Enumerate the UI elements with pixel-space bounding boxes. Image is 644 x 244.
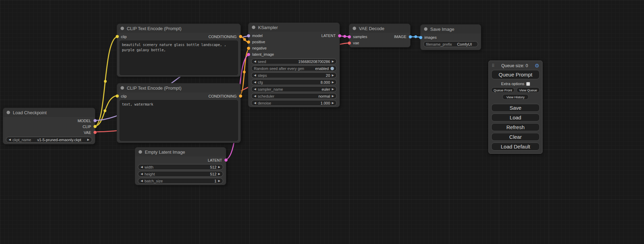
decrement-arrow-icon[interactable]: ◀ bbox=[254, 74, 256, 77]
widget-value: normal bbox=[276, 94, 330, 98]
sampler-name-widget[interactable]: ◀ sampler_name euler ▶ bbox=[251, 86, 337, 92]
node-empty-latent-image[interactable]: Empty Latent Image LATENT ◀ width 512 ▶ … bbox=[135, 147, 226, 185]
view-history-button[interactable]: View History bbox=[502, 94, 529, 100]
increment-arrow-icon[interactable]: ▶ bbox=[332, 60, 334, 63]
next-value-arrow-icon[interactable]: ▶ bbox=[332, 88, 334, 91]
widget-value: ComfyUI bbox=[454, 42, 475, 46]
node-header[interactable]: CLIP Text Encode (Prompt) bbox=[117, 83, 240, 92]
latent-image-input-port[interactable] bbox=[247, 53, 250, 56]
load-button[interactable]: Load bbox=[491, 114, 540, 121]
ckpt-name-widget[interactable]: ◀ ckpt_name v1-5-pruned-emaonly.ckpt ▶ bbox=[6, 137, 92, 143]
decrement-arrow-icon[interactable]: ◀ bbox=[254, 102, 256, 105]
height-widget[interactable]: ◀ height 512 ▶ bbox=[138, 171, 223, 177]
port-label-image: IMAGE bbox=[394, 35, 406, 39]
decrement-arrow-icon[interactable]: ◀ bbox=[254, 81, 256, 84]
clip-input-port[interactable] bbox=[116, 94, 119, 98]
clear-button[interactable]: Clear bbox=[491, 133, 540, 141]
increment-arrow-icon[interactable]: ▶ bbox=[218, 180, 220, 182]
queue-front-button[interactable]: Queue Front bbox=[491, 87, 514, 93]
scheduler-widget[interactable]: ◀ scheduler normal ▶ bbox=[251, 93, 337, 99]
node-header[interactable]: Load Checkpoint bbox=[3, 108, 95, 117]
denoise-widget[interactable]: ◀ denoise 1.000 ▶ bbox=[251, 100, 337, 106]
queue-prompt-button[interactable]: Queue Prompt bbox=[491, 70, 540, 79]
conditioning-output-port[interactable] bbox=[239, 94, 242, 98]
latent-output-port[interactable] bbox=[224, 159, 228, 162]
collapse-toggle-icon[interactable] bbox=[121, 27, 124, 30]
negative-prompt-textarea[interactable]: text, watermark bbox=[120, 100, 238, 141]
increment-arrow-icon[interactable]: ▶ bbox=[332, 102, 334, 105]
samples-input-port[interactable] bbox=[348, 35, 351, 38]
increment-arrow-icon[interactable]: ▶ bbox=[332, 74, 334, 77]
conditioning-output-port[interactable] bbox=[239, 35, 242, 38]
width-widget[interactable]: ◀ width 512 ▶ bbox=[138, 164, 223, 170]
collapse-toggle-icon[interactable] bbox=[424, 27, 427, 31]
clip-output-port[interactable] bbox=[94, 125, 97, 128]
negative-input-port[interactable] bbox=[247, 47, 250, 50]
positive-prompt-textarea[interactable]: beautiful scenery nature glass bottle la… bbox=[120, 40, 238, 75]
model-input-port[interactable] bbox=[247, 34, 250, 37]
increment-arrow-icon[interactable]: ▶ bbox=[218, 173, 220, 175]
cfg-widget[interactable]: ◀ cfg 8.000 ▶ bbox=[251, 79, 337, 85]
positive-input-port[interactable] bbox=[247, 40, 250, 44]
random-seed-toggle[interactable]: Random seed after every gen enabled bbox=[251, 65, 337, 71]
save-button[interactable]: Save bbox=[491, 104, 540, 112]
input-row-positive: positive bbox=[248, 39, 339, 45]
toggle-knob-icon[interactable] bbox=[330, 67, 334, 70]
image-output-port[interactable] bbox=[409, 35, 412, 38]
decrement-arrow-icon[interactable]: ◀ bbox=[141, 166, 143, 169]
collapse-toggle-icon[interactable] bbox=[7, 111, 10, 114]
widget-value: enabled bbox=[306, 66, 329, 71]
load-default-button[interactable]: Load Default bbox=[491, 143, 540, 151]
node-header[interactable]: VAE Decode bbox=[349, 24, 410, 33]
drag-handle-icon[interactable]: ⠿ bbox=[492, 63, 495, 68]
input-row-latent-image: latent_image bbox=[248, 51, 339, 57]
node-vae-decode[interactable]: VAE Decode samples IMAGE vae bbox=[349, 24, 411, 47]
node-save-image[interactable]: Save Image images filename_prefix ComfyU… bbox=[420, 24, 481, 50]
collapse-toggle-icon[interactable] bbox=[252, 26, 255, 29]
collapse-toggle-icon[interactable] bbox=[121, 86, 124, 90]
collapse-toggle-icon[interactable] bbox=[139, 150, 142, 154]
node-clip-text-encode-positive[interactable]: CLIP Text Encode (Prompt) clip CONDITION… bbox=[117, 24, 241, 77]
prev-value-arrow-icon[interactable]: ◀ bbox=[254, 95, 256, 98]
settings-gear-icon[interactable]: ⚙ bbox=[535, 63, 539, 68]
model-output-port[interactable] bbox=[94, 119, 97, 122]
images-input-port[interactable] bbox=[419, 36, 422, 39]
decrement-arrow-icon[interactable]: ◀ bbox=[141, 173, 143, 175]
view-queue-button[interactable]: View Queue bbox=[517, 87, 540, 93]
collapse-toggle-icon[interactable] bbox=[353, 27, 356, 30]
link-midpoint-dot bbox=[104, 109, 106, 112]
steps-widget[interactable]: ◀ steps 20 ▶ bbox=[251, 72, 337, 78]
decrement-arrow-icon[interactable]: ◀ bbox=[254, 60, 256, 63]
increment-arrow-icon[interactable]: ▶ bbox=[218, 166, 220, 169]
node-header[interactable]: CLIP Text Encode (Prompt) bbox=[117, 24, 240, 33]
next-value-arrow-icon[interactable]: ▶ bbox=[87, 138, 89, 141]
refresh-button[interactable]: Refresh bbox=[491, 123, 540, 131]
node-header[interactable]: KSampler bbox=[248, 23, 339, 32]
prev-value-arrow-icon[interactable]: ◀ bbox=[9, 138, 11, 141]
link-clip-to-negative-encoder[interactable] bbox=[94, 96, 118, 126]
port-row: clip CONDITIONING bbox=[117, 93, 240, 99]
increment-arrow-icon[interactable]: ▶ bbox=[332, 81, 334, 84]
filename-prefix-widget[interactable]: filename_prefix ComfyUI bbox=[423, 41, 478, 47]
node-clip-text-encode-negative[interactable]: CLIP Text Encode (Prompt) clip CONDITION… bbox=[117, 83, 241, 143]
node-header[interactable]: Save Image bbox=[421, 25, 481, 34]
prev-value-arrow-icon[interactable]: ◀ bbox=[254, 88, 256, 91]
widget-label: steps bbox=[258, 73, 267, 78]
vae-output-port[interactable] bbox=[94, 131, 97, 134]
node-title-text: KSampler bbox=[258, 25, 278, 30]
seed-widget[interactable]: ◀ seed 156680208700286 ▶ bbox=[251, 58, 337, 64]
vae-input-port[interactable] bbox=[348, 42, 351, 45]
decrement-arrow-icon[interactable]: ◀ bbox=[141, 180, 143, 182]
link-midpoint-dot bbox=[104, 80, 107, 83]
latent-output-port[interactable] bbox=[338, 34, 341, 37]
node-load-checkpoint[interactable]: Load Checkpoint MODEL CLIP VAE ◀ ckpt_na… bbox=[3, 108, 95, 144]
widget-value: euler bbox=[285, 87, 330, 91]
graph-canvas[interactable]: { "colors": { "model": "#B39DDB", "clip"… bbox=[0, 0, 644, 244]
node-header[interactable]: Empty Latent Image bbox=[135, 147, 226, 156]
batch-size-widget[interactable]: ◀ batch_size 1 ▶ bbox=[138, 178, 223, 184]
clip-input-port[interactable] bbox=[116, 35, 119, 38]
port-row: clip CONDITIONING bbox=[117, 34, 240, 39]
next-value-arrow-icon[interactable]: ▶ bbox=[332, 95, 334, 98]
node-ksampler[interactable]: KSampler model LATENT positive negative … bbox=[248, 22, 340, 107]
extra-options-checkbox[interactable] bbox=[526, 82, 530, 86]
